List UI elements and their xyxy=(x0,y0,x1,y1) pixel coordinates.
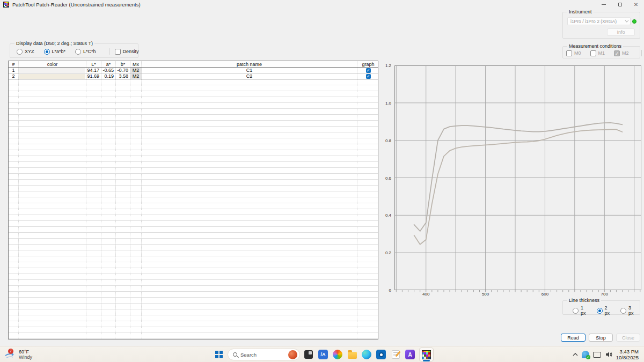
close-button[interactable]: ✕ xyxy=(628,0,644,9)
table-row-empty[interactable] xyxy=(9,109,378,115)
table-row-empty[interactable] xyxy=(9,292,378,298)
table-row-empty[interactable] xyxy=(9,191,378,197)
table-row-empty[interactable] xyxy=(9,268,378,274)
taskbar-patchtool-icon[interactable] xyxy=(421,349,431,360)
patch-name: C1 xyxy=(142,68,357,73)
table-row-empty[interactable] xyxy=(9,168,378,174)
table-row-empty[interactable] xyxy=(9,250,378,256)
table-row-empty[interactable] xyxy=(9,256,378,262)
read-button[interactable]: Read xyxy=(561,334,586,342)
maximize-button[interactable] xyxy=(612,0,628,9)
table-row[interactable]: 194.17-0.65-0.70M2C1✓ xyxy=(9,68,378,73)
table-row-empty[interactable] xyxy=(9,115,378,121)
table-row-empty[interactable] xyxy=(9,180,378,186)
empty-cell xyxy=(86,327,101,333)
table-row-empty[interactable] xyxy=(9,333,378,339)
table-row-empty[interactable] xyxy=(9,203,378,209)
taskbar-edge-icon[interactable] xyxy=(361,349,372,360)
clock-widget[interactable]: 3:43 PM 10/8/2025 xyxy=(616,349,639,361)
option-label: M2 xyxy=(622,50,629,56)
empty-cell xyxy=(142,262,357,268)
table-row-empty[interactable] xyxy=(9,138,378,144)
table-row-empty[interactable] xyxy=(9,280,378,286)
table-row-empty[interactable] xyxy=(9,103,378,109)
security-tray-icon[interactable]: ✓ xyxy=(582,351,589,358)
table-row-empty[interactable] xyxy=(9,132,378,138)
thickness-radio-3px[interactable]: 3 px xyxy=(620,305,635,316)
table-row-empty[interactable] xyxy=(9,85,378,91)
table-row-empty[interactable] xyxy=(9,162,378,168)
table-row-empty[interactable] xyxy=(9,227,378,233)
mx-value: M2 xyxy=(130,68,142,73)
display-radio-lab[interactable]: L*a*b* xyxy=(44,49,66,55)
condition-checkbox-m1[interactable]: M1 xyxy=(590,50,605,56)
table-row-empty[interactable] xyxy=(9,156,378,162)
close-action-button[interactable]: Close xyxy=(616,334,640,342)
table-row-empty[interactable] xyxy=(9,174,378,180)
table-row-empty[interactable] xyxy=(9,221,378,227)
taskbar: 7 60°F Windy Search /A xyxy=(0,346,644,362)
weather-widget[interactable]: 7 60°F Windy xyxy=(4,348,32,361)
thickness-radio-2px[interactable]: 2 px xyxy=(597,305,611,316)
patch-name: C2 xyxy=(142,73,357,79)
density-checkbox-density[interactable]: Density xyxy=(115,49,139,55)
table-row-empty[interactable] xyxy=(9,97,378,103)
table-row-empty[interactable] xyxy=(9,121,378,127)
display-radio-xyz[interactable]: XYZ xyxy=(17,49,34,55)
empty-cell xyxy=(101,209,116,215)
empty-cell xyxy=(19,280,86,285)
table-row-empty[interactable] xyxy=(9,150,378,156)
empty-cell xyxy=(116,250,130,256)
table-row-empty[interactable] xyxy=(9,304,378,309)
taskbar-notes-icon[interactable] xyxy=(390,349,401,360)
taskbar-ia-app-icon[interactable]: /A xyxy=(318,349,328,360)
table-row-empty[interactable] xyxy=(9,298,378,304)
empty-cell xyxy=(19,109,86,114)
table-row-empty[interactable] xyxy=(9,127,378,132)
table-row-empty[interactable] xyxy=(9,79,378,85)
empty-cell xyxy=(86,97,101,102)
display-cast-tray-icon[interactable] xyxy=(593,352,601,358)
taskbar-affinity-icon[interactable]: A xyxy=(405,349,415,360)
display-radio-lch[interactable]: L*C*h xyxy=(75,49,96,55)
table-row-empty[interactable] xyxy=(9,327,378,333)
table-row-empty[interactable] xyxy=(9,309,378,315)
taskbar-file-explorer-icon[interactable] xyxy=(347,349,357,360)
table-row-empty[interactable] xyxy=(9,286,378,292)
table-row-empty[interactable] xyxy=(9,91,378,97)
table-row-empty[interactable] xyxy=(9,239,378,245)
condition-checkbox-m2[interactable]: ✓M2 xyxy=(614,50,629,56)
table-row-empty[interactable] xyxy=(9,315,378,321)
instrument-dropdown[interactable]: i1Pro / i1Pro 2 (XRGA) xyxy=(567,17,631,25)
empty-cell xyxy=(130,115,142,120)
table-row-empty[interactable] xyxy=(9,233,378,239)
table-row-empty[interactable] xyxy=(9,144,378,150)
table-row-empty[interactable] xyxy=(9,245,378,250)
volume-tray-icon[interactable] xyxy=(605,351,612,358)
condition-checkbox-m0[interactable]: M0 xyxy=(566,50,581,56)
table-row-empty[interactable] xyxy=(9,262,378,268)
taskbar-copilot-icon[interactable] xyxy=(332,349,343,360)
graph-checkbox[interactable]: ✓ xyxy=(366,74,371,79)
table-row-empty[interactable] xyxy=(9,321,378,327)
table-row-empty[interactable] xyxy=(9,209,378,215)
empty-cell xyxy=(116,138,130,144)
search-box[interactable]: Search xyxy=(228,349,300,360)
info-button[interactable]: Info xyxy=(607,28,635,36)
thickness-radio-1px[interactable]: 1 px xyxy=(573,305,587,316)
taskbar-outlook-icon[interactable] xyxy=(376,349,386,360)
y-tick-label: 0.8 xyxy=(376,138,391,143)
table-row-empty[interactable] xyxy=(9,186,378,191)
table-row-empty[interactable] xyxy=(9,215,378,221)
taskbar-photos-icon[interactable] xyxy=(303,349,314,360)
table-row-empty[interactable] xyxy=(9,197,378,203)
start-button[interactable] xyxy=(215,351,223,358)
tray-chevron-up-icon[interactable] xyxy=(573,352,578,357)
minimize-button[interactable] xyxy=(596,0,612,9)
graph-checkbox[interactable]: ✓ xyxy=(366,68,371,73)
table-row-empty[interactable] xyxy=(9,274,378,280)
stop-button[interactable]: Stop xyxy=(589,334,613,342)
checkbox-icon xyxy=(590,50,596,56)
measurement-conditions-group: Measurement conditions M0M1✓M2M3 xyxy=(562,46,640,58)
table-row[interactable]: 291.690.193.58M2C2✓ xyxy=(9,73,378,79)
